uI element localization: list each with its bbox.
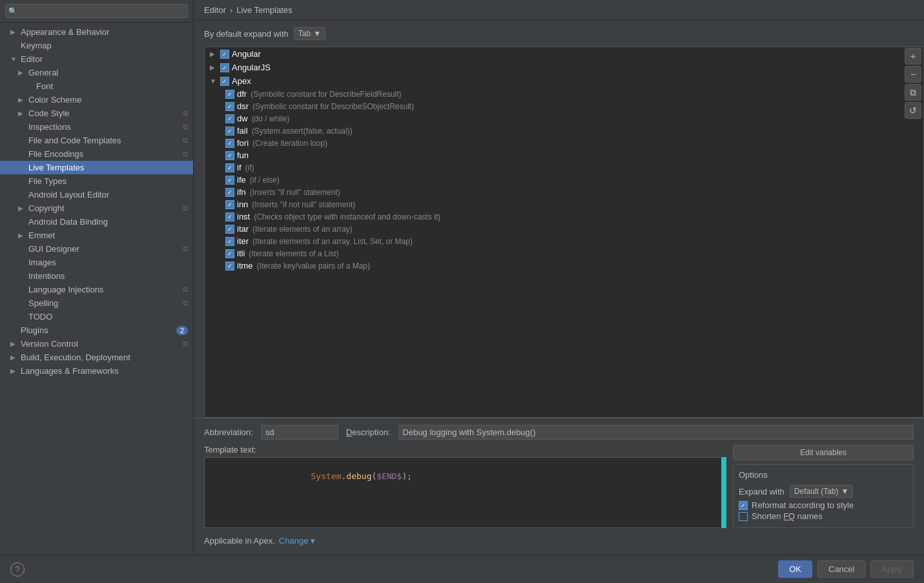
add-template-button[interactable]: + bbox=[905, 48, 921, 65]
sidebar-item-keymap[interactable]: Keymap bbox=[0, 39, 193, 52]
sidebar-item-code-style[interactable]: ▶ Code Style ⧉ bbox=[0, 107, 193, 120]
description-input[interactable] bbox=[398, 425, 914, 440]
sidebar-item-file-encodings[interactable]: File Encodings ⧉ bbox=[0, 147, 193, 161]
sidebar-item-languages-frameworks[interactable]: ▶ Languages & Frameworks bbox=[0, 364, 193, 378]
copy-icon: ⧉ bbox=[183, 299, 188, 307]
applicable-row: Applicable in Apex. Change ▾ bbox=[204, 533, 914, 548]
template-item-inn[interactable]: ✓ inn (Inserts "if not null" statement) bbox=[205, 198, 923, 210]
item-checkbox[interactable]: ✓ bbox=[225, 237, 234, 246]
copy-template-button[interactable]: ⧉ bbox=[905, 84, 921, 101]
sidebar-item-live-templates[interactable]: Live Templates bbox=[0, 161, 193, 174]
expand-arrow: ▶ bbox=[10, 28, 18, 36]
template-group-apex[interactable]: ▼ ✓ Apex bbox=[205, 74, 923, 88]
template-item-itli[interactable]: ✓ itli (Iterate elements of a List) bbox=[205, 247, 923, 260]
sidebar-item-file-types[interactable]: File Types bbox=[0, 174, 193, 188]
template-item-inst[interactable]: ✓ inst (Checks object type with instance… bbox=[205, 210, 923, 223]
expand-arrow: ▶ bbox=[18, 96, 26, 103]
template-item-itme[interactable]: ✓ itme (Iterate key/value pairs of a Map… bbox=[205, 260, 923, 272]
sidebar-item-todo[interactable]: TODO bbox=[0, 310, 193, 323]
description-label: Description: bbox=[346, 427, 391, 437]
item-checkbox[interactable]: ✓ bbox=[225, 139, 234, 148]
reset-icon: ↺ bbox=[909, 105, 917, 116]
sidebar-item-appearance[interactable]: ▶ Appearance & Behavior bbox=[0, 25, 193, 39]
item-checkbox[interactable]: ✓ bbox=[225, 188, 234, 197]
item-checkbox[interactable]: ✓ bbox=[225, 249, 234, 258]
sidebar-item-color-scheme[interactable]: ▶ Color Scheme bbox=[0, 93, 193, 107]
sidebar-item-intentions[interactable]: Intentions bbox=[0, 269, 193, 283]
sidebar-item-plugins[interactable]: Plugins 2 bbox=[0, 323, 193, 337]
edit-variables-button[interactable]: Edit variables bbox=[733, 445, 914, 460]
item-desc: (if / else) bbox=[250, 176, 280, 185]
item-desc: (Iterate elements of an array) bbox=[252, 225, 353, 234]
expand-with-dropdown[interactable]: Default (Tab) ▼ bbox=[790, 485, 854, 498]
template-item-fori[interactable]: ✓ fori (Create iteration loop) bbox=[205, 137, 923, 149]
template-group-angular[interactable]: ▶ ✓ Angular bbox=[205, 47, 923, 61]
item-checkbox[interactable]: ✓ bbox=[225, 90, 234, 99]
sidebar-item-spelling[interactable]: Spelling ⧉ bbox=[0, 296, 193, 310]
sidebar-item-inspections[interactable]: Inspections ⧉ bbox=[0, 120, 193, 134]
apply-button[interactable]: Apply bbox=[870, 560, 914, 578]
item-checkbox[interactable]: ✓ bbox=[225, 163, 234, 172]
sidebar-item-editor[interactable]: ▼ Editor bbox=[0, 52, 193, 66]
template-item-ife[interactable]: ✓ ife (if / else) bbox=[205, 174, 923, 186]
sidebar-item-font[interactable]: Font bbox=[0, 79, 193, 93]
item-abbr: dfr bbox=[237, 89, 247, 99]
search-input[interactable] bbox=[5, 4, 188, 18]
template-text-area[interactable]: System.debug($END$); bbox=[204, 457, 726, 528]
group-checkbox[interactable]: ✓ bbox=[220, 50, 229, 59]
template-item-dw[interactable]: ✓ dw (do / while) bbox=[205, 112, 923, 125]
sidebar-item-images[interactable]: Images bbox=[0, 256, 193, 269]
item-checkbox[interactable]: ✓ bbox=[225, 114, 234, 123]
shorten-eq-checkbox[interactable] bbox=[739, 512, 748, 521]
sidebar-item-file-code-templates[interactable]: File and Code Templates ⧉ bbox=[0, 134, 193, 147]
group-checkbox[interactable]: ✓ bbox=[220, 77, 229, 86]
item-checkbox[interactable]: ✓ bbox=[225, 127, 234, 136]
item-checkbox[interactable]: ✓ bbox=[225, 261, 234, 271]
abbreviation-input[interactable] bbox=[261, 425, 338, 440]
sidebar-item-version-control[interactable]: ▶ Version Control ⧉ bbox=[0, 337, 193, 351]
template-item-if[interactable]: ✓ if (if) bbox=[205, 161, 923, 174]
sidebar-item-copyright[interactable]: ▶ Copyright ⧉ bbox=[0, 201, 193, 215]
sidebar-item-language-injections[interactable]: Language Injections ⧉ bbox=[0, 283, 193, 296]
expand-arrow: ▶ bbox=[210, 50, 218, 57]
item-checkbox[interactable]: ✓ bbox=[225, 225, 234, 234]
sidebar-tree: ▶ Appearance & Behavior Keymap ▼ Editor … bbox=[0, 23, 193, 555]
sidebar-item-build-execution[interactable]: ▶ Build, Execution, Deployment bbox=[0, 351, 193, 364]
help-button[interactable]: ? bbox=[10, 562, 25, 577]
expand-arrow: ▶ bbox=[210, 64, 218, 71]
expand-default-dropdown[interactable]: Tab ▼ bbox=[294, 27, 325, 40]
sidebar-item-label: File Encodings bbox=[28, 149, 83, 159]
sidebar-item-label: Inspections bbox=[28, 122, 71, 132]
sidebar-item-android-layout-editor[interactable]: Android Layout Editor bbox=[0, 188, 193, 201]
item-checkbox[interactable]: ✓ bbox=[225, 200, 234, 209]
reset-template-button[interactable]: ↺ bbox=[905, 102, 921, 119]
sidebar-item-emmet[interactable]: ▶ Emmet bbox=[0, 229, 193, 242]
sidebar-item-general[interactable]: ▶ General bbox=[0, 66, 193, 79]
template-item-fail[interactable]: ✓ fail (System.assert(false, actual)) bbox=[205, 125, 923, 137]
cancel-button[interactable]: Cancel bbox=[817, 560, 865, 578]
item-checkbox[interactable]: ✓ bbox=[225, 176, 234, 185]
sidebar-item-gui-designer[interactable]: GUI Designer ⧉ bbox=[0, 242, 193, 256]
sidebar-item-android-data-binding[interactable]: Android Data Binding bbox=[0, 215, 193, 229]
change-link[interactable]: Change ▾ bbox=[279, 536, 315, 546]
template-item-dsr[interactable]: ✓ dsr (Symbolic constant for DescribeSOb… bbox=[205, 100, 923, 112]
ok-button[interactable]: OK bbox=[778, 560, 812, 578]
item-desc: (if) bbox=[245, 163, 254, 172]
expand-arrow: ▶ bbox=[10, 367, 18, 374]
item-checkbox[interactable]: ✓ bbox=[225, 102, 234, 111]
template-item-dfr[interactable]: ✓ dfr (Symbolic constant for DescribeFie… bbox=[205, 88, 923, 100]
item-abbr: fun bbox=[237, 150, 249, 160]
template-item-fun[interactable]: ✓ fun bbox=[205, 149, 923, 161]
reformat-checkbox[interactable]: ✓ bbox=[739, 501, 748, 510]
template-group-angularjs[interactable]: ▶ ✓ AngularJS bbox=[205, 61, 923, 74]
item-checkbox[interactable]: ✓ bbox=[225, 212, 234, 221]
template-item-itar[interactable]: ✓ itar (Iterate elements of an array) bbox=[205, 223, 923, 235]
group-checkbox[interactable]: ✓ bbox=[220, 63, 229, 72]
remove-template-button[interactable]: − bbox=[905, 66, 921, 83]
template-item-iter[interactable]: ✓ iter (Iterate elements of an array, Li… bbox=[205, 235, 923, 247]
sidebar-item-label: Version Control bbox=[21, 339, 78, 349]
item-desc: (Symbolic constant for DescribeSObjectRe… bbox=[252, 102, 414, 111]
item-checkbox[interactable]: ✓ bbox=[225, 151, 234, 160]
shorten-eq-row: Shorten FQ names bbox=[739, 511, 908, 521]
template-item-ifn[interactable]: ✓ ifn (Inserts "if null" statement) bbox=[205, 186, 923, 198]
